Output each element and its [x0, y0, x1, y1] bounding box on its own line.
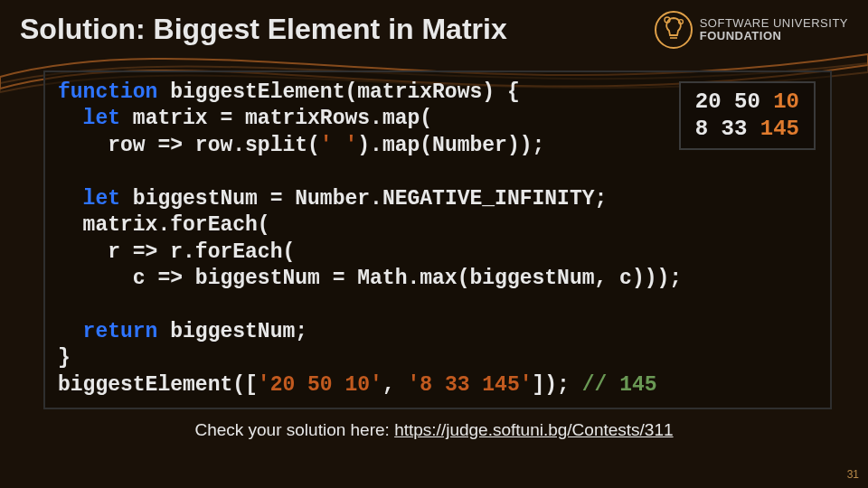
slide-title: Solution: Biggest Element in Matrix — [20, 13, 655, 46]
page-number: 31 — [847, 468, 859, 481]
logo-text: SOFTWARE UNIVERSITY FOUNDATION — [700, 17, 848, 43]
inset-row1: 20 50 — [695, 89, 773, 114]
code-text: ).map(Number)); — [357, 134, 544, 157]
code-block: function biggestElement(matrixRows) { le… — [43, 70, 832, 409]
code-indent — [58, 107, 83, 130]
svg-point-0 — [656, 12, 692, 48]
header: Solution: Biggest Element in Matrix SOFT… — [0, 0, 868, 58]
keyword-let: let — [83, 107, 120, 130]
code-text: matrix = matrixRows.map( — [120, 107, 432, 130]
keyword-let: let — [83, 187, 120, 211]
code-text: biggestNum; — [157, 320, 307, 343]
footer: Check your solution here: https://judge.… — [0, 420, 868, 440]
lightbulb-gears-icon — [655, 11, 693, 49]
code-text: r => r.forEach( — [58, 240, 295, 264]
code-text: matrix.forEach( — [58, 213, 270, 237]
code-indent — [58, 320, 83, 343]
logo: SOFTWARE UNIVERSITY FOUNDATION — [655, 11, 848, 49]
comment: // 145 — [582, 373, 657, 397]
code-text: } — [58, 346, 71, 370]
string-literal: ' ' — [320, 134, 357, 157]
code-text: biggestElement(matrixRows) { — [157, 80, 519, 104]
keyword-function: function — [58, 80, 157, 104]
example-input-box: 20 50 10 8 33 145 — [679, 81, 816, 150]
code-text: biggestElement([ — [58, 373, 258, 397]
solution-link[interactable]: https://judge.softuni.bg/Contests/311 — [394, 420, 673, 439]
logo-line1: SOFTWARE UNIVERSITY — [700, 17, 848, 30]
code-indent — [58, 187, 83, 211]
footer-label: Check your solution here: — [194, 420, 394, 439]
code-text: row => row.split( — [58, 134, 320, 157]
logo-line2: FOUNDATION — [700, 30, 848, 42]
code-text: ]); — [533, 373, 582, 397]
inset-row2-hl: 145 — [760, 117, 799, 141]
string-literal: '8 33 145' — [407, 373, 532, 397]
keyword-return: return — [83, 320, 158, 343]
code-text: , — [382, 373, 408, 397]
string-literal: '20 50 10' — [258, 373, 382, 397]
code-text: c => biggestNum = Math.max(biggestNum, c… — [58, 267, 682, 290]
code-text: biggestNum = Number.NEGATIVE_INFINITY; — [120, 187, 607, 211]
inset-row1-hl: 10 — [773, 89, 799, 114]
inset-row2: 8 33 — [695, 117, 760, 141]
